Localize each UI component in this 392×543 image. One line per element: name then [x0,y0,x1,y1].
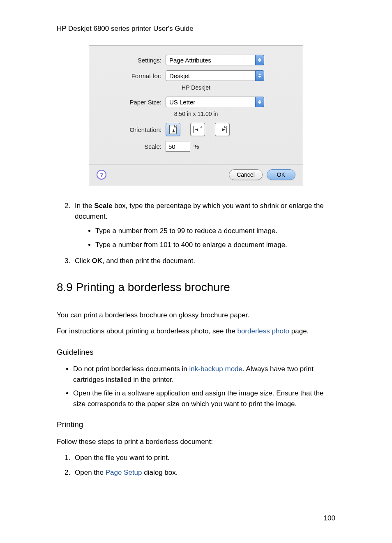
orientation-label: Orientation: [101,126,166,133]
chevron-updown-icon [255,70,264,81]
orientation-landscape-left-button[interactable]: ♟ [190,123,205,136]
paper-size-select[interactable]: US Letter [166,97,264,107]
page-number: 100 [324,514,335,522]
step-3: Click OK, and then print the document. [72,256,335,266]
settings-label: Settings: [101,57,166,64]
printing-step-1: Open the file you want to print. [72,453,335,463]
scale-suffix: % [194,143,199,150]
step-2-bullet-1: Type a number from 25 to 99 to reduce a … [95,226,335,236]
settings-select[interactable]: Page Attributes [166,55,264,65]
step-2-bullet-2: Type a number from 101 to 400 to enlarge… [95,240,335,250]
scale-input[interactable] [166,141,190,152]
guideline-1: Do not print borderless documents in ink… [73,364,335,385]
page-landscape-icon: ♟ [193,126,202,133]
ink-backup-mode-link[interactable]: ink-backup mode [189,365,242,373]
format-for-value: Deskjet [166,70,264,81]
printing-step-2: Open the Page Setup dialog box. [72,467,335,478]
borderless-photo-link[interactable]: borderless photo [237,327,289,335]
page-landscape-icon: ♟ [218,126,227,133]
page-portrait-icon: ♟ [169,125,177,134]
intro-paragraph-2: For instructions about printing a border… [57,326,335,337]
ok-button[interactable]: OK [267,169,295,180]
step-2: In the Scale box, type the percentage by… [72,201,335,250]
help-button[interactable]: ? [97,170,106,180]
orientation-landscape-right-button[interactable]: ♟ [215,123,230,136]
chevron-updown-icon [255,55,264,65]
printing-heading: Printing [57,419,335,431]
guidelines-heading: Guidelines [57,347,335,358]
cancel-button[interactable]: Cancel [229,169,263,180]
page-setup-dialog: Settings: Page Attributes Format for: De… [89,45,303,186]
page-header: HP Deskjet 6800 series printer User's Gu… [57,25,335,33]
paper-size-value: US Letter [166,97,264,107]
section-heading: 8.9 Printing a borderless brochure [57,279,335,296]
paper-size-label: Paper Size: [101,99,166,106]
paper-size-subtext: 8.50 in x 11.00 in [101,111,291,117]
printing-intro: Follow these steps to print a borderless… [57,437,335,447]
page-setup-link[interactable]: Page Setup [106,469,142,476]
format-for-subtext: HP Deskjet [101,84,291,91]
scale-label: Scale: [101,143,166,150]
settings-value: Page Attributes [166,55,264,65]
intro-paragraph-1: You can print a borderless brochure on g… [57,310,335,321]
orientation-portrait-button[interactable]: ♟ [166,123,180,136]
format-for-label: Format for: [101,72,166,79]
format-for-select[interactable]: Deskjet [166,70,264,81]
chevron-updown-icon [255,97,264,107]
guideline-2: Open the file in a software application … [73,388,335,409]
